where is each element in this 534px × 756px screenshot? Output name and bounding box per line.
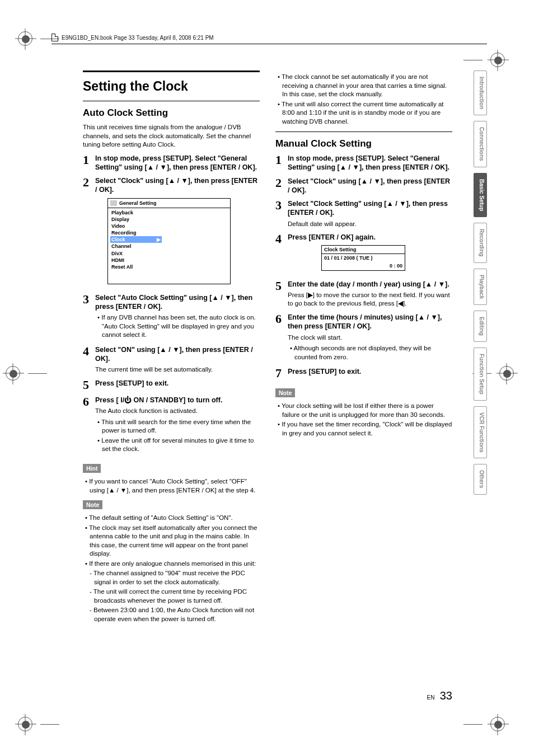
note-item: • The clock may set itself automatically… [83, 524, 260, 558]
tab-function-setup[interactable]: Function Setup [474, 348, 487, 401]
step-number: 2 [83, 176, 95, 289]
settings-icon [110, 200, 117, 206]
note-item: • The default setting of "Auto Clock Set… [83, 514, 260, 523]
hint-item: • If you want to cancel "Auto Clock Sett… [83, 477, 260, 495]
manual-step-1: In stop mode, press [SETUP]. Select "Gen… [288, 154, 452, 172]
menu-item: DivX [110, 250, 162, 257]
menu-item: Recording [110, 229, 162, 236]
auto-step-1: In stop mode, press [SETUP]. Select "Gen… [95, 154, 260, 172]
general-setting-menu: General Setting Playback Display Video R… [107, 198, 231, 284]
bullet: • This unit will search for the time eve… [95, 418, 260, 435]
footer-lang: EN [427, 694, 435, 701]
clock-setting-box: Clock Setting 01 / 01 / 2008 ( TUE ) 0 :… [321, 245, 405, 270]
auto-step-6: Press [ I/⏻ ON / STANDBY] to turn off. [95, 396, 260, 405]
page-icon [51, 34, 58, 41]
clock-box-time: 0 : 00 [322, 262, 405, 270]
clock-box-date: 01 / 01 / 2008 ( TUE ) [322, 254, 405, 262]
step-number: 1 [275, 154, 288, 172]
note-item: • If you have set the timer recording, "… [275, 420, 452, 438]
manual-step-3-sub: Default date will appear. [288, 220, 452, 229]
manual-step-6: Enter the time (hours / minutes) using [… [288, 313, 452, 331]
bullet: • Leave the unit off for several minutes… [95, 436, 260, 454]
note-dash: - Between 23:00 and 1:00, the Auto Clock… [83, 606, 260, 623]
clock-box-title: Clock Setting [322, 246, 405, 254]
note-dash: - The unit will correct the current time… [83, 588, 260, 605]
col2-bullet: • The unit will also correct the current… [275, 100, 452, 126]
note-label: Note [275, 388, 295, 397]
menu-item: Playback [110, 209, 162, 216]
crop-mark-bl [18, 717, 59, 731]
hint-label: Hint [83, 464, 101, 473]
note-dash: - The channel assigned to "904" must rec… [83, 569, 260, 586]
step-number: 3 [275, 199, 288, 228]
auto-step-2: Select "Clock" using [▲ / ▼], then press… [95, 176, 260, 195]
manual-step-5-sub: Press [▶] to move the cursor to the next… [288, 291, 452, 308]
tab-playback[interactable]: Playback [474, 269, 487, 305]
auto-step-3: Select "Auto Clock Setting" using [▲ / ▼… [95, 293, 260, 312]
tab-editing[interactable]: Editing [474, 311, 487, 342]
step-number: 2 [275, 177, 288, 195]
footer-page-number: 33 [440, 689, 452, 702]
auto-intro: This unit receives time signals from the… [83, 123, 260, 149]
auto-step-4: Select "ON" using [▲ / ▼], then press [E… [95, 345, 260, 364]
menu-item: Video [110, 223, 162, 229]
step-number: 3 [83, 293, 95, 341]
menu-item: HDMI [110, 257, 162, 264]
tab-basic-setup[interactable]: Basic Setup [474, 173, 487, 217]
manual-step-4: Press [ENTER / OK] again. [288, 233, 452, 242]
manual-step-6-sub: The clock will start. [288, 334, 452, 342]
tab-introduction[interactable]: Introduction [474, 71, 487, 115]
step-number: 5 [275, 280, 288, 308]
tab-recording[interactable]: Recording [474, 223, 487, 262]
right-column: • The clock cannot be set automatically … [275, 71, 452, 624]
crop-mark-br [463, 717, 505, 731]
crop-mark-left [6, 366, 47, 381]
menu-item: Display [110, 216, 162, 223]
auto-step-6-sub: The Auto clock function is activated. [95, 407, 260, 416]
step-number: 4 [83, 345, 95, 374]
bullet: • Although seconds are not displayed, th… [288, 344, 452, 361]
step-number: 1 [83, 154, 95, 172]
auto-heading: Auto Clock Setting [83, 107, 260, 120]
header-text: E9NG1BD_EN.book Page 33 Tuesday, April 8… [62, 35, 214, 41]
page-title: Setting the Clock [83, 78, 260, 95]
menu-title: General Setting [119, 200, 157, 206]
note-item: • Your clock setting will be lost if eit… [275, 402, 452, 419]
tab-connections[interactable]: Connections [474, 121, 487, 167]
header-bookline: E9NG1BD_EN.book Page 33 Tuesday, April 8… [51, 34, 214, 41]
manual-step-5: Enter the date (day / month / year) usin… [288, 280, 452, 289]
menu-item-selected: Clock▶ [110, 236, 162, 243]
step-number: 6 [275, 313, 288, 363]
auto-step-4-sub: The current time will be set automatical… [95, 365, 260, 374]
menu-item: Reset All [110, 264, 162, 270]
manual-step-7: Press [SETUP] to exit. [288, 367, 452, 376]
step-number: 6 [83, 396, 95, 455]
auto-step-5: Press [SETUP] to exit. [95, 379, 260, 388]
step-number: 7 [275, 367, 288, 379]
bullet: • If any DVB channel has been set, the a… [95, 313, 260, 340]
side-tabs: Introduction Connections Basic Setup Rec… [474, 71, 487, 495]
manual-step-3: Select "Clock Setting" using [▲ / ▼], th… [288, 199, 452, 218]
step-number: 4 [275, 233, 288, 275]
left-column: Setting the Clock Auto Clock Setting Thi… [83, 71, 260, 624]
note-label: Note [83, 500, 102, 509]
page-footer: EN 33 [83, 689, 452, 702]
manual-step-2: Select "Clock" using [▲ / ▼], then press… [288, 177, 452, 195]
note-item: • If there are only analogue channels me… [83, 560, 260, 569]
tab-vcr-functions[interactable]: VCR Functions [474, 406, 487, 459]
crop-mark-tr [463, 53, 505, 67]
tab-others[interactable]: Others [474, 464, 487, 494]
menu-item: Channel [110, 243, 162, 250]
manual-heading: Manual Clock Setting [275, 138, 452, 151]
step-number: 5 [83, 379, 95, 391]
col2-bullet: • The clock cannot be set automatically … [275, 73, 452, 99]
header-rule [51, 44, 487, 44]
